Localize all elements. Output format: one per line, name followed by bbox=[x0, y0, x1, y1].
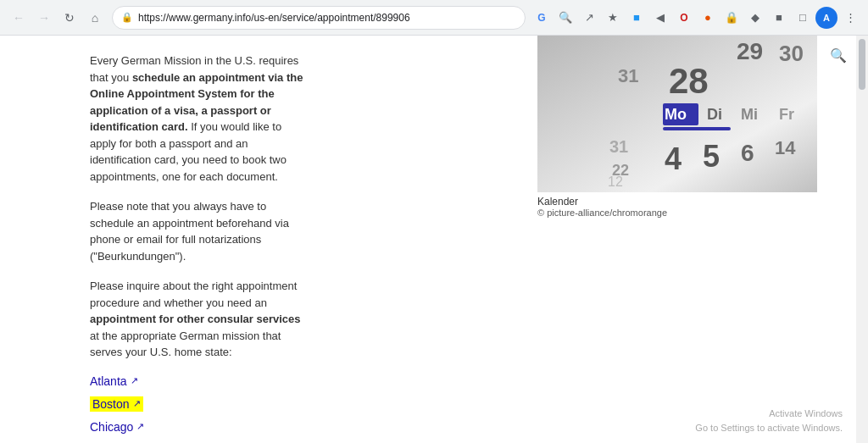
svg-text:4: 4 bbox=[665, 141, 682, 176]
para3-bold: appointment for other consular services bbox=[90, 313, 301, 325]
svg-text:14: 14 bbox=[775, 137, 796, 158]
page-container: Every German Mission in the U.S. require… bbox=[0, 36, 868, 443]
para2: Please note that you always have to sche… bbox=[90, 198, 310, 264]
watermark-line2: Go to Settings to activate Windows. bbox=[695, 421, 843, 436]
shield-icon[interactable]: ■ bbox=[626, 7, 648, 29]
address-bar[interactable]: 🔒 https://www.germany.info/us-en/service… bbox=[112, 6, 526, 30]
reload-button[interactable]: ↻ bbox=[58, 6, 81, 30]
scrollbar-thumb[interactable] bbox=[859, 39, 865, 90]
para3: Please inquire about the right appointme… bbox=[90, 278, 310, 361]
para3-start: Please inquire about the right appointme… bbox=[90, 280, 297, 309]
security-icon[interactable]: 🔒 bbox=[721, 7, 743, 29]
svg-text:5: 5 bbox=[703, 139, 720, 174]
lock-icon: 🔒 bbox=[121, 12, 133, 23]
calendar-image-container: 30 29 28 31 Mo Di Mi Fr bbox=[537, 36, 817, 218]
city-link-chicago[interactable]: Chicago ↗ bbox=[90, 420, 144, 434]
svg-rect-10 bbox=[663, 127, 731, 130]
forward-button[interactable]: → bbox=[32, 6, 56, 30]
search-overlay-button[interactable]: 🔍 bbox=[826, 42, 851, 68]
menu-button[interactable]: ⋮ bbox=[839, 7, 861, 29]
cookie-icon[interactable]: ● bbox=[697, 7, 719, 29]
list-item: Atlanta ↗ bbox=[90, 374, 644, 388]
home-button[interactable]: ⌂ bbox=[83, 6, 107, 30]
window-button[interactable]: □ bbox=[792, 7, 814, 29]
external-link-icon-chicago: ↗ bbox=[136, 421, 144, 432]
city-name-chicago: Chicago bbox=[90, 420, 133, 434]
svg-text:30: 30 bbox=[779, 41, 804, 66]
google-icon[interactable]: G bbox=[531, 7, 553, 29]
vpn-icon[interactable]: ◀ bbox=[649, 7, 671, 29]
city-link-boston[interactable]: Boston ↗ bbox=[90, 396, 143, 412]
profile-button[interactable]: A bbox=[815, 7, 837, 29]
list-item: Boston ↗ bbox=[90, 396, 644, 412]
image-caption-credit: © picture-alliance/chromorange bbox=[537, 208, 817, 218]
svg-text:Di: Di bbox=[707, 106, 722, 123]
external-link-icon-atlanta: ↗ bbox=[131, 375, 138, 386]
url-text: https://www.germany.info/us-en/service/a… bbox=[138, 12, 516, 24]
svg-text:31: 31 bbox=[609, 137, 628, 156]
city-link-atlanta[interactable]: Atlanta ↗ bbox=[90, 374, 138, 388]
bookmark-button[interactable]: ★ bbox=[602, 7, 624, 29]
external-link-icon-boston: ↗ bbox=[133, 398, 141, 409]
svg-text:Fr: Fr bbox=[779, 106, 794, 123]
intro-paragraph: Every German Mission in the U.S. require… bbox=[90, 53, 310, 185]
extension-icon[interactable]: ◆ bbox=[744, 7, 766, 29]
nav-buttons: ← → ↻ ⌂ bbox=[7, 6, 107, 30]
svg-text:Mi: Mi bbox=[741, 106, 758, 123]
share-button[interactable]: ↗ bbox=[578, 7, 600, 29]
svg-text:29: 29 bbox=[737, 38, 763, 64]
watermark-line1: Activate Windows bbox=[695, 407, 843, 422]
city-name-boston: Boston bbox=[92, 397, 130, 411]
back-button[interactable]: ← bbox=[7, 6, 31, 30]
image-caption: Kalender © picture-alliance/chromorange bbox=[537, 196, 817, 218]
scrollbar[interactable] bbox=[856, 36, 868, 443]
svg-text:Mo: Mo bbox=[665, 106, 687, 123]
para3-end: at the appropriate German mission that s… bbox=[90, 329, 281, 359]
main-content: Every German Mission in the U.S. require… bbox=[0, 36, 868, 443]
opera-icon[interactable]: O bbox=[673, 7, 695, 29]
city-list: Atlanta ↗ Boston ↗ Chicago ↗ bbox=[90, 374, 644, 444]
city-name-atlanta: Atlanta bbox=[90, 374, 127, 388]
browser-actions: G 🔍 ↗ ★ ■ ◀ O ● 🔒 ◆ ■ □ A ⋮ bbox=[531, 7, 861, 29]
svg-text:28: 28 bbox=[669, 61, 709, 101]
windows-watermark: Activate Windows Go to Settings to activ… bbox=[695, 407, 843, 436]
search-browser-button[interactable]: 🔍 bbox=[554, 7, 576, 29]
calendar-image: 30 29 28 31 Mo Di Mi Fr bbox=[537, 36, 817, 192]
browser-chrome: ← → ↻ ⌂ 🔒 https://www.germany.info/us-en… bbox=[0, 0, 868, 36]
list-item: Chicago ↗ bbox=[90, 420, 644, 434]
image-caption-title: Kalender bbox=[537, 196, 817, 208]
svg-text:6: 6 bbox=[741, 140, 754, 166]
extensions-button[interactable]: ■ bbox=[768, 7, 790, 29]
svg-text:12: 12 bbox=[608, 174, 623, 189]
svg-text:31: 31 bbox=[618, 65, 638, 86]
